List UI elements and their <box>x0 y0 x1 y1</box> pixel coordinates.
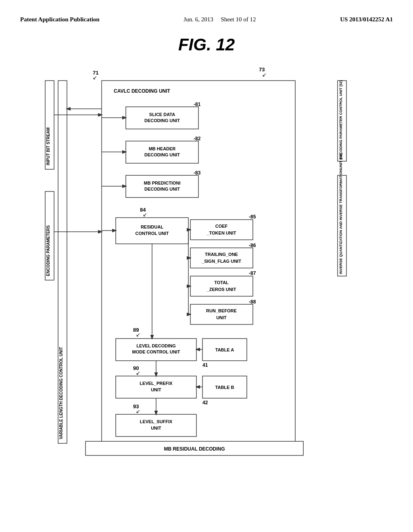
ref87: -87 <box>249 270 256 276</box>
diagram: 71 ↙ 73 ↙ CAVLC DECODING UNIT INPUT BIT … <box>33 62 380 486</box>
ref88: -88 <box>249 299 256 305</box>
ref89: 89 <box>133 327 139 333</box>
coef-token-line1: COEF <box>215 224 228 229</box>
level-suffix-line1: LEVEL_SUFFIX <box>140 419 173 424</box>
svg-rect-15 <box>126 175 198 197</box>
svg-text:↙: ↙ <box>262 72 267 78</box>
residual-line1: RESIDUAL <box>141 224 164 229</box>
svg-rect-3 <box>45 81 54 169</box>
total-zeros-line1: TOTAL <box>214 280 229 285</box>
diagram-svg: 71 ↙ 73 ↙ CAVLC DECODING UNIT INPUT BIT … <box>33 62 380 486</box>
svg-rect-11 <box>126 107 198 129</box>
svg-rect-42 <box>86 441 303 455</box>
ref71-label: 71 <box>93 70 98 76</box>
header-center: Jun. 6, 2013 Sheet 10 of 12 <box>184 16 256 23</box>
ref85: -85 <box>249 214 256 220</box>
level-prefix-line2: UNIT <box>151 387 161 392</box>
cavlc-label: CAVLC DECODING UNIT <box>114 88 170 94</box>
svg-text:↙: ↙ <box>136 408 140 414</box>
residual-line2: CONTROL UNIT <box>136 231 169 236</box>
figure-title: FIG. 12 <box>20 35 393 54</box>
level-decoding-line1: LEVEL DECODING <box>136 343 176 348</box>
trailing-line1: TRAILING_ONE <box>205 252 238 257</box>
run-before-line2: UNIT <box>216 315 227 320</box>
ref41: 41 <box>202 362 208 368</box>
svg-text:↙: ↙ <box>143 212 147 218</box>
encoding-param-ctrl-label: ENCODING PARAMETER CONTROL UNIT (52) <box>339 80 343 159</box>
ref81: -81 <box>194 102 201 107</box>
mb-pred-line2: DECODING UNIT <box>144 187 180 191</box>
encoding-params-label: ENCODING PARAMETERS <box>46 225 50 276</box>
svg-rect-7 <box>338 175 346 276</box>
svg-rect-32 <box>202 339 247 361</box>
table-a-label: TABLE A <box>215 347 234 352</box>
date-label: Jun. 6, 2013 <box>184 16 213 23</box>
level-decoding-line2: MODE CONTROL UNIT <box>132 349 180 354</box>
svg-rect-37 <box>202 376 247 398</box>
header: Patent Application Publication Jun. 6, 2… <box>20 16 393 23</box>
svg-text:↙: ↙ <box>136 370 140 376</box>
header-left: Patent Application Publication <box>20 16 100 23</box>
slice-data-line2: DECODING UNIT <box>144 118 180 123</box>
svg-rect-2 <box>102 81 295 443</box>
svg-rect-22 <box>190 276 253 296</box>
svg-rect-21 <box>190 248 253 268</box>
mb-header-line1: MB HEADER <box>149 146 176 151</box>
ref84: 84 <box>140 207 146 213</box>
svg-rect-40 <box>116 414 196 436</box>
ref42: 42 <box>202 400 208 405</box>
coef-token-line2: _TOKEN UNIT <box>206 231 236 235</box>
mb-header-line2: DECODING UNIT <box>144 152 180 157</box>
ref90: 90 <box>133 365 139 371</box>
svg-rect-30 <box>116 339 196 361</box>
svg-rect-23 <box>190 304 253 324</box>
svg-rect-5 <box>58 81 67 443</box>
ref93: 93 <box>133 403 139 409</box>
patent-number: US 2013/0142252 A1 <box>340 16 393 23</box>
svg-rect-18 <box>116 218 188 244</box>
svg-text:↙: ↙ <box>136 332 140 338</box>
run-before-line1: RUN_BEFORE <box>206 308 237 313</box>
variable-length-label: VARIABLE LENGTH DECODING CONTROL UNIT <box>59 347 63 439</box>
ref73-label: 73 <box>259 66 265 73</box>
svg-text:↙: ↙ <box>93 75 97 81</box>
ref82: -82 <box>194 136 201 141</box>
sheet-label: Sheet 10 of 12 <box>221 16 256 23</box>
svg-rect-20 <box>190 220 253 240</box>
svg-rect-35 <box>116 376 196 398</box>
trailing-line2: _SIGN_FLAG UNIT <box>201 259 241 264</box>
slice-data-line1: SLICE DATA <box>149 112 175 117</box>
table-b-label: TABLE B <box>215 385 234 390</box>
level-prefix-line1: LEVEL_PREFIX <box>140 381 173 386</box>
svg-rect-4 <box>45 191 54 280</box>
mb-pred-line1: MB PREDICTIONI <box>144 181 180 185</box>
mb-residual-label: MB RESIDUAL DECODING <box>164 446 225 452</box>
svg-rect-13 <box>126 141 198 163</box>
ref83: -83 <box>194 170 201 176</box>
total-zeros-line2: _ZEROS UNIT <box>206 287 236 292</box>
svg-rect-6 <box>338 81 346 161</box>
publication-label: Patent Application Publication <box>20 16 100 23</box>
input-bit-stream-label: INPUT BIT STREAM <box>46 127 50 165</box>
ref86: -86 <box>249 243 256 248</box>
page: Patent Application Publication Jun. 6, 2… <box>0 0 413 532</box>
inverse-quant-label: INVERSE QUANTIZATION AND INVERSE TRANSFO… <box>339 153 343 274</box>
level-suffix-line2: UNIT <box>151 426 161 430</box>
header-right: US 2013/0142252 A1 <box>340 16 393 23</box>
